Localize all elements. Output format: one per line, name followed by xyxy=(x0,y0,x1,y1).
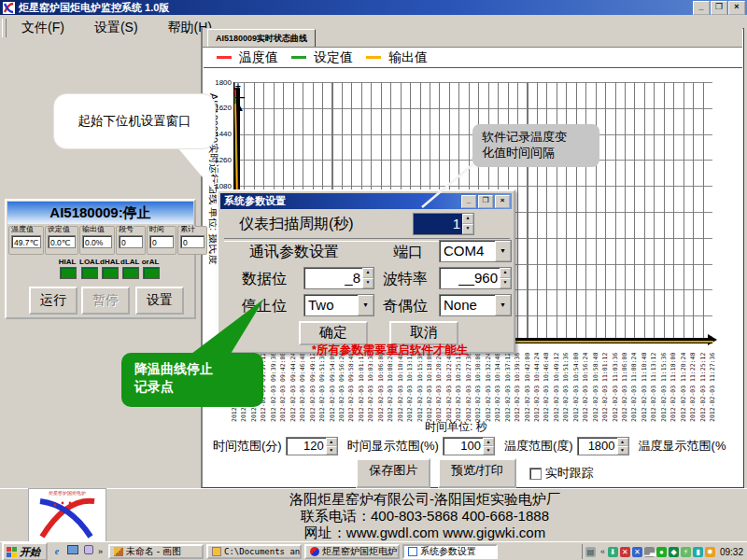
parity-label: 奇偶位 xyxy=(383,297,428,316)
system-params-dialog: 系统参数设置 _ ❐ × 仪表扫描周期(秒) 1 ▲▼ 通讯参数设置 端口 CO… xyxy=(217,189,515,354)
save-image-button[interactable]: 保存图片 xyxy=(356,458,430,488)
field-time: 时间 0 xyxy=(147,226,176,255)
field-total: 累计 0 xyxy=(177,226,207,255)
dialog-minimize-button[interactable]: _ xyxy=(461,195,476,208)
time-range-value[interactable]: 120 xyxy=(287,438,326,455)
signal-tray-icon[interactable]: ▁▃▅ xyxy=(644,547,655,557)
start-button[interactable]: 开始 xyxy=(2,542,48,560)
scan-period-spinner[interactable]: 1 ▲▼ xyxy=(413,213,474,235)
shield-tray-icon[interactable]: ◆ xyxy=(669,547,679,557)
parity-value[interactable]: None xyxy=(440,295,495,315)
tray-collapse-chevron[interactable]: « xyxy=(600,547,605,556)
callout-line: 化值时间间隔 xyxy=(482,145,599,161)
spinner-arrows-icon[interactable]: ▲▼ xyxy=(500,268,511,288)
alarm-label-loal: LOAL xyxy=(79,258,98,266)
stopbits-value[interactable]: Two xyxy=(304,295,358,315)
databits-value[interactable]: _8 xyxy=(304,268,362,288)
baud-spinner[interactable]: __960 ▲▼ xyxy=(439,267,512,289)
time-display-value[interactable]: 100 xyxy=(444,438,483,455)
spinner-arrows-icon[interactable]: ▲▼ xyxy=(617,438,628,455)
field-label: 累计 xyxy=(180,226,195,233)
alarm-led xyxy=(122,267,139,279)
menu-grip xyxy=(2,19,7,37)
task-label: 炬星窑炉国炬电炉监... xyxy=(322,545,400,558)
settings-button[interactable]: 设置 xyxy=(135,287,184,315)
legend-label-temperature: 温度值 xyxy=(239,49,278,66)
realtime-track-checkbox[interactable] xyxy=(529,468,542,480)
close-button[interactable]: × xyxy=(728,1,745,15)
dialog-titlebar[interactable]: 系统参数设置 _ ❐ × xyxy=(220,193,512,209)
device-title: AI5180009:停止 xyxy=(7,202,193,224)
dialog-restore-button[interactable]: ❐ xyxy=(478,195,493,208)
task-paint[interactable]: 未命名 - 画图 xyxy=(108,544,204,559)
quicklaunch-overflow-chevron[interactable]: » xyxy=(98,547,103,556)
port-value[interactable]: COM4 xyxy=(440,241,495,261)
parity-combobox[interactable]: None ▼ xyxy=(439,294,512,316)
alarm-led xyxy=(102,267,119,279)
ie-quicklaunch-icon[interactable]: e xyxy=(50,545,63,558)
preview-print-button[interactable]: 预览/打印 xyxy=(438,458,516,488)
realtime-track-label: 实时跟踪 xyxy=(545,465,594,482)
logo-swoosh-icon xyxy=(29,496,106,540)
printer-tray-icon[interactable]: ▤ xyxy=(585,547,596,557)
dropdown-arrow-icon[interactable]: ▼ xyxy=(495,295,511,315)
task-system-params[interactable]: 系统参数设置 xyxy=(402,544,498,559)
time-display-label: 时间显示范围(%) xyxy=(347,438,439,455)
dialog-close-button[interactable]: × xyxy=(495,195,510,208)
run-button[interactable]: 运行 xyxy=(29,287,78,315)
pause-button[interactable]: 暂停 xyxy=(81,287,130,315)
network-error2-tray-icon[interactable]: ✕ xyxy=(632,547,642,557)
comm-group-label: 通讯参数设置 xyxy=(249,243,339,262)
sun-tray-icon[interactable]: ✸ xyxy=(705,547,715,557)
time-display-spinner[interactable]: 100 ▲▼ xyxy=(443,437,495,455)
dialog-app-icon xyxy=(408,547,417,556)
network-error-tray-icon[interactable]: ✕ xyxy=(620,547,630,557)
dropdown-arrow-icon[interactable]: ▼ xyxy=(495,241,511,261)
power-tray-icon[interactable]: ⚡ xyxy=(681,547,691,557)
field-value: 49.7℃ xyxy=(11,235,41,248)
port-combobox[interactable]: COM4 ▼ xyxy=(439,240,512,262)
dialog-title: 系统参数设置 xyxy=(224,194,286,208)
port-label: 端口 xyxy=(393,243,423,262)
callout-line: 软件记录温度变 xyxy=(482,129,599,145)
task-monitor-app[interactable]: 炬星窑炉国炬电炉监... xyxy=(304,544,400,559)
desktop-quicklaunch-icon[interactable] xyxy=(66,545,79,558)
temp-range-value[interactable]: 1800 xyxy=(578,438,617,455)
alarm-label-dhal: dHAL xyxy=(100,258,119,266)
lan-tray-icon[interactable]: ▮ xyxy=(693,547,703,557)
task-explorer[interactable]: C:\Documents and Se... xyxy=(206,544,302,559)
spinner-arrows-icon[interactable]: ▲▼ xyxy=(462,214,473,234)
time-range-spinner[interactable]: 120 ▲▼ xyxy=(286,437,338,455)
folder-icon xyxy=(212,547,221,556)
field-output: 输出值 0.0% xyxy=(79,226,115,255)
spinner-arrows-icon[interactable]: ▲▼ xyxy=(483,438,494,455)
footer-bar: 炬星窑炉国炬电炉 洛阳炬星窑炉有限公司-洛阳国炬实验电炉厂 联系电话：400-8… xyxy=(0,488,747,542)
field-temperature: 温度值 49.7℃ xyxy=(8,226,44,255)
menu-file[interactable]: 文件(F) xyxy=(12,18,74,38)
spinner-arrows-icon[interactable]: ▲▼ xyxy=(326,438,337,455)
baud-value[interactable]: __960 xyxy=(440,268,500,288)
media-quicklaunch-icon[interactable] xyxy=(82,545,95,558)
monitor-app-icon xyxy=(310,547,319,556)
spinner-arrows-icon[interactable]: ▲▼ xyxy=(362,268,374,288)
tab-realtime-curve[interactable]: AI5180009实时状态曲线 xyxy=(207,29,316,47)
window-titlebar[interactable]: 炬星窑炉国炬电炉监控系统 1.0版 _ ❐ × xyxy=(0,0,747,15)
restore-button[interactable]: ❐ xyxy=(711,1,727,15)
scan-period-value[interactable]: 1 xyxy=(414,214,462,234)
callout-cooling-stop: 降温曲线停止 记录点 xyxy=(121,353,263,407)
chart-controls-row: 时间范围(分) 120 ▲▼ 时间显示范围(%) 100 ▲▼ 温度范围(度) … xyxy=(204,433,742,459)
messenger-tray-icon[interactable]: ● xyxy=(656,547,667,557)
menu-settings[interactable]: 设置(S) xyxy=(85,18,148,38)
task-label: C:\Documents and Se... xyxy=(224,547,302,556)
chart-buttons-row: 保存图片 预览/打印 实时跟踪 xyxy=(204,459,742,487)
update-tray-icon[interactable]: ⬇ xyxy=(608,547,618,557)
window-title: 炬星窑炉国炬电炉监控系统 1.0版 xyxy=(19,1,169,15)
minimize-button[interactable]: _ xyxy=(693,1,710,15)
stopbits-combobox[interactable]: Two ▼ xyxy=(303,294,374,316)
dropdown-arrow-icon[interactable]: ▼ xyxy=(358,295,374,315)
device-fields: 温度值 49.7℃ 设定值 0.0℃ 输出值 0.0% 段号 0 时间 0 累计… xyxy=(8,226,207,255)
databits-spinner[interactable]: _8 ▲▼ xyxy=(303,267,374,289)
device-status-panel: AI5180009:停止 温度值 49.7℃ 设定值 0.0℃ 输出值 0.0%… xyxy=(5,199,196,319)
field-label: 设定值 xyxy=(48,226,70,233)
temp-range-spinner[interactable]: 1800 ▲▼ xyxy=(577,437,629,455)
